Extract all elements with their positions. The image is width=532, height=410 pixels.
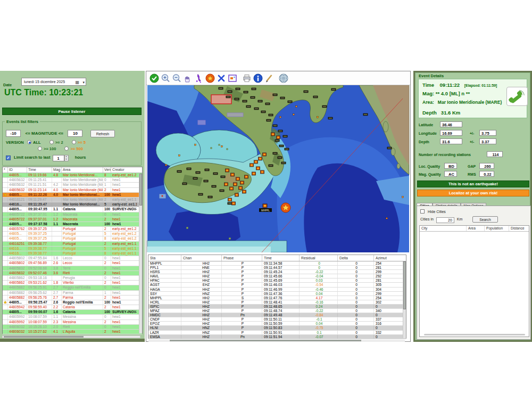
- triggered-station-marker[interactable]: [231, 173, 235, 176]
- col-area[interactable]: Area: [467, 226, 485, 231]
- event-row[interactable]: 4480588209:56:25.912.7Reggio nell'Emilia…: [3, 285, 142, 290]
- pick-row[interactable]: HAVLHHZP09:11:45.66-0.040292: [148, 274, 406, 278]
- station-label-marker[interactable]: [228, 202, 232, 205]
- station-dot-marker[interactable]: [402, 196, 404, 198]
- event-row[interactable]: 44805...09:30:47.951.1Catania100SURVEY-I…: [3, 207, 142, 212]
- picks-vertical-scrollbar[interactable]: [403, 261, 406, 338]
- mag-quality-field[interactable]: AC: [444, 171, 457, 177]
- triggered-station-marker[interactable]: [271, 133, 275, 136]
- station-label-marker[interactable]: [198, 193, 203, 196]
- triggered-station-marker[interactable]: [259, 157, 262, 160]
- scroll-thumb[interactable]: [4, 336, 84, 338]
- station-label-marker[interactable]: [281, 162, 286, 165]
- station-label-marker[interactable]: [278, 157, 282, 159]
- event-row[interactable]: 4480586209:53:21.621.8Viterbo2hew1: [3, 281, 142, 285]
- triggered-station-marker[interactable]: [234, 183, 237, 186]
- epicenter-star-icon[interactable]: [205, 73, 215, 84]
- station-label-marker[interactable]: [387, 147, 392, 150]
- triggered-station-marker[interactable]: [252, 172, 256, 175]
- station-label-marker[interactable]: [328, 117, 333, 120]
- event-row[interactable]: 4480588209:56:25.622.7Parma1hew1: [3, 291, 142, 296]
- station-label-marker[interactable]: [283, 135, 288, 137]
- station-label-marker[interactable]: [212, 185, 217, 188]
- station-label-marker[interactable]: [193, 177, 198, 180]
- station-label-marker[interactable]: [228, 91, 232, 93]
- events-vertical-scrollbar[interactable]: [139, 174, 142, 333]
- event-row[interactable]: 44805...09:59:00.071.6Catania100SURVEY-I…: [3, 310, 142, 315]
- bathymetry-map[interactable]: MHPPL: [146, 85, 410, 252]
- triggered-station-marker[interactable]: [235, 193, 239, 196]
- station-label-marker[interactable]: [261, 111, 266, 113]
- event-row[interactable]: 4461625109:39:38.77Portugal2early-est_ee…: [3, 242, 142, 247]
- station-label-marker[interactable]: [213, 173, 218, 175]
- station-label-marker[interactable]: [273, 94, 278, 96]
- event-row[interactable]: 44616...09:39:38.77Portugal5early-est_ee…: [3, 247, 142, 251]
- zoom-out-icon[interactable]: [171, 73, 182, 84]
- epicenter-star-marker[interactable]: [281, 203, 290, 212]
- triggered-station-marker[interactable]: [226, 169, 229, 172]
- station-label-marker[interactable]: [279, 145, 284, 147]
- pick-row[interactable]: EMSAHHZPn09:11:51.94-0.0700: [148, 335, 406, 339]
- event-row[interactable]: 4480576209:39:37.25Portugal2early-est_ee…: [3, 227, 142, 232]
- radio-icon[interactable]: [64, 146, 69, 151]
- station-dot-marker[interactable]: [317, 117, 319, 118]
- station-label-marker[interactable]: [288, 101, 293, 103]
- event-row[interactable]: 44805...09:39:37.25Portugal5early-est_ee…: [3, 232, 142, 236]
- event-row[interactable]: 44805...09:37:37.581.1Macerata100hew1: [3, 222, 142, 227]
- refresh-button[interactable]: Refresh: [90, 130, 115, 137]
- event-row[interactable]: 4480563209:11:23.144.0Mar Ionio Meridion…: [3, 188, 142, 193]
- picks-horizontal-scrollbar[interactable]: [148, 340, 405, 342]
- rms-field[interactable]: 0.22: [479, 171, 494, 177]
- station-label-marker[interactable]: [273, 152, 278, 155]
- col-time[interactable]: Time: [262, 255, 300, 261]
- gap-field[interactable]: 260: [479, 163, 494, 169]
- col-id[interactable]: ID: [8, 167, 27, 173]
- event-row[interactable]: 4480583209:52:08.683.8Terni0hew1: [3, 266, 142, 271]
- pick-row[interactable]: ISPICHHZP09:11:48.650.2400: [148, 305, 406, 309]
- col-phase[interactable]: Phase: [222, 255, 262, 261]
- station-dot-marker[interactable]: [221, 146, 223, 147]
- image-icon[interactable]: [227, 73, 238, 84]
- pick-row[interactable]: HCRLHHZP09:11:48.41-0.160302: [148, 300, 406, 305]
- triggered-station-marker[interactable]: [277, 136, 280, 139]
- station-label-marker[interactable]: [208, 196, 213, 199]
- station-label-marker[interactable]: [219, 87, 223, 90]
- depth-error-field[interactable]: 3.37: [479, 138, 496, 144]
- station-label-marker[interactable]: [205, 169, 210, 171]
- station-label-marker[interactable]: [244, 91, 248, 94]
- col-time[interactable]: Time: [27, 167, 52, 173]
- depth-field[interactable]: 31.6: [440, 138, 462, 144]
- pick-row[interactable]: MHPPLHH2P09:11:34.5800254: [148, 261, 406, 266]
- station-label-marker[interactable]: [196, 171, 201, 174]
- triggered-station-marker[interactable]: [243, 190, 246, 193]
- pick-row[interactable]: HLNIHNZP09:11:50.83-0.7500: [148, 326, 406, 330]
- version-option-5[interactable]: >= 5: [72, 140, 86, 145]
- station-label-marker[interactable]: [220, 190, 225, 192]
- station-label-marker[interactable]: [254, 108, 259, 110]
- pick-row[interactable]: AGSTEHZP09:11:46.03-0.540305: [148, 283, 406, 287]
- hours-spinner[interactable]: 1▲▼: [53, 155, 64, 161]
- station-label-marker[interactable]: [285, 148, 289, 151]
- pick-row[interactable]: PPL1HNEP09:11:44.5700281: [148, 266, 406, 270]
- station-label-marker[interactable]: [280, 97, 285, 100]
- station-label-marker[interactable]: [235, 98, 239, 101]
- version-option-100[interactable]: >= 100: [38, 146, 56, 151]
- pause-listener-button[interactable]: Pause listener: [2, 108, 142, 115]
- station-dot-marker[interactable]: [293, 114, 295, 116]
- triggered-station-marker[interactable]: [254, 160, 258, 163]
- col-area[interactable]: Area: [62, 167, 103, 173]
- event-row[interactable]: 4461612109:11:29.47Mar Ionio Meridionale…: [3, 198, 142, 202]
- col-distance[interactable]: Distance: [509, 226, 529, 231]
- event-row[interactable]: 4480563209:11:25.41Mar Ionio Meridionale…: [3, 178, 142, 183]
- globe-icon[interactable]: [278, 73, 289, 84]
- draw-pencil-icon[interactable]: [264, 73, 275, 84]
- station-dot-marker[interactable]: [280, 117, 281, 118]
- event-row[interactable]: 4480572209:37:37.011.2Macerata0hew1: [3, 212, 142, 217]
- event-row[interactable]: 4480603210:15:26.102.0Rieti0hew1: [3, 325, 142, 330]
- events-horizontal-scrollbar[interactable]: [2, 335, 140, 338]
- pick-row[interactable]: LAZRHNZP09:11:50.910.10332: [148, 331, 406, 335]
- longitude-field[interactable]: 16.69: [440, 130, 462, 136]
- pick-row[interactable]: EPOZHHZP09:11:50.590.040316: [148, 322, 406, 326]
- triggered-station-marker[interactable]: [232, 202, 236, 205]
- station-label-marker[interactable]: [265, 103, 270, 105]
